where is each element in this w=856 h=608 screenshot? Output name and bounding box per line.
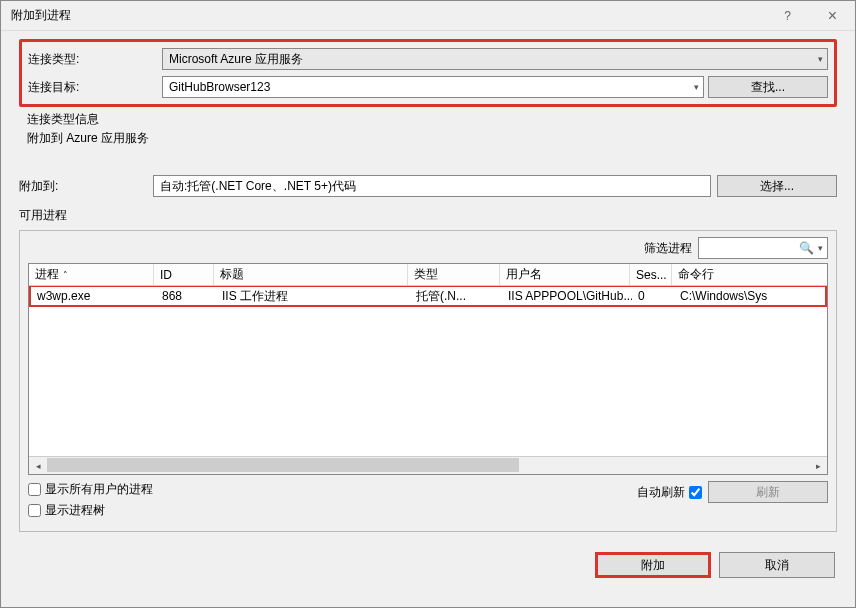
col-process[interactable]: 进程˄ xyxy=(29,264,154,285)
table-header: 进程˄ ID 标题 类型 用户名 Ses... 命令行 xyxy=(29,264,827,286)
scroll-thumb[interactable] xyxy=(47,458,519,472)
chevron-down-icon: ▾ xyxy=(694,82,699,92)
scroll-right-icon[interactable]: ▸ xyxy=(809,457,827,474)
col-cmd[interactable]: 命令行 xyxy=(672,264,827,285)
available-processes-label: 可用进程 xyxy=(19,207,837,224)
chevron-down-icon: ▾ xyxy=(818,54,823,64)
connection-target-dropdown[interactable]: GitHubBrowser123 ▾ xyxy=(162,76,704,98)
scroll-left-icon[interactable]: ◂ xyxy=(29,457,47,474)
connection-target-label: 连接目标: xyxy=(28,79,162,96)
col-id[interactable]: ID xyxy=(154,264,214,285)
auto-refresh-checkbox[interactable]: 自动刷新 xyxy=(637,484,702,501)
cancel-button[interactable]: 取消 xyxy=(719,552,835,578)
connection-type-dropdown[interactable]: Microsoft Azure 应用服务 ▾ xyxy=(162,48,828,70)
attach-to-field[interactable]: 自动:托管(.NET Core、.NET 5+)代码 xyxy=(153,175,711,197)
col-type[interactable]: 类型 xyxy=(408,264,500,285)
close-button[interactable]: × xyxy=(810,1,855,31)
attach-to-process-dialog: 附加到进程 ? × 连接类型: Microsoft Azure 应用服务 ▾ 连… xyxy=(0,0,856,608)
show-all-users-checkbox[interactable]: 显示所有用户的进程 xyxy=(28,481,153,498)
refresh-button[interactable]: 刷新 xyxy=(708,481,828,503)
filter-label: 筛选进程 xyxy=(644,240,692,257)
table-row[interactable]: w3wp.exe 868 IIS 工作进程 托管(.N... IIS APPPO… xyxy=(29,286,827,307)
sort-asc-icon: ˄ xyxy=(63,270,68,280)
select-button[interactable]: 选择... xyxy=(717,175,837,197)
available-processes-panel: 筛选进程 🔍 ▾ 进程˄ ID 标题 类型 用户名 Ses... 命令行 xyxy=(19,230,837,532)
find-button[interactable]: 查找... xyxy=(708,76,828,98)
attach-to-label: 附加到: xyxy=(19,178,153,195)
connection-section: 连接类型: Microsoft Azure 应用服务 ▾ 连接目标: GitHu… xyxy=(19,39,837,107)
titlebar: 附加到进程 ? × xyxy=(1,1,855,31)
col-title[interactable]: 标题 xyxy=(214,264,408,285)
process-table: 进程˄ ID 标题 类型 用户名 Ses... 命令行 w3wp.exe 868… xyxy=(28,263,828,475)
connection-type-label: 连接类型: xyxy=(28,51,162,68)
search-icon: 🔍 xyxy=(799,241,814,255)
attach-button[interactable]: 附加 xyxy=(595,552,711,578)
help-button[interactable]: ? xyxy=(765,1,810,31)
connection-info: 连接类型信息 附加到 Azure 应用服务 xyxy=(27,111,837,147)
col-user[interactable]: 用户名 xyxy=(500,264,630,285)
horizontal-scrollbar[interactable]: ◂ ▸ xyxy=(29,456,827,474)
window-title: 附加到进程 xyxy=(11,7,765,24)
show-process-tree-checkbox[interactable]: 显示进程树 xyxy=(28,502,153,519)
col-session[interactable]: Ses... xyxy=(630,264,672,285)
filter-input[interactable]: 🔍 ▾ xyxy=(698,237,828,259)
